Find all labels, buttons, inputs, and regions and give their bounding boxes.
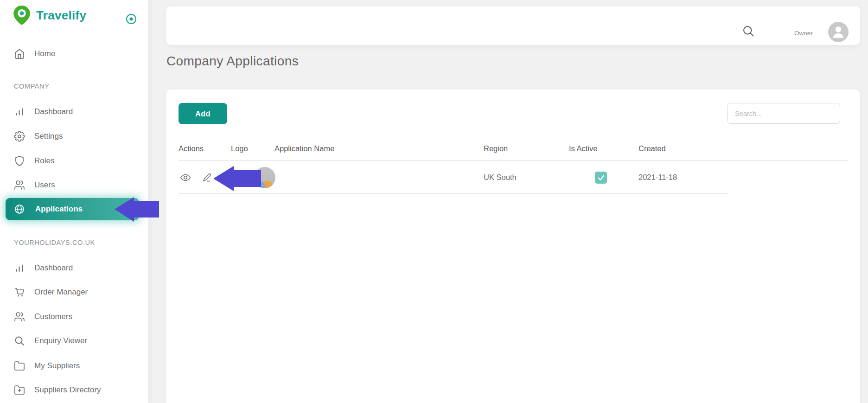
sidebar: Travelify Home COMPANY Dashboard xyxy=(0,0,148,403)
table-row: UK South 2021-11-18 xyxy=(179,161,849,194)
view-eye-icon[interactable] xyxy=(180,172,191,183)
sidebar-item-roles[interactable]: Roles xyxy=(0,151,148,171)
region-cell: UK South xyxy=(484,173,569,182)
sidebar-item-home[interactable]: Home xyxy=(0,44,148,64)
avatar[interactable] xyxy=(828,22,849,42)
column-header-logo: Logo xyxy=(231,144,274,153)
topbar: Owner xyxy=(166,6,860,45)
sidebar-item-label: Dashboard xyxy=(34,263,73,273)
users-icon xyxy=(14,311,25,322)
sidebar-item-label: Customers xyxy=(34,312,72,321)
sidebar-item-label: Order Manager xyxy=(34,288,88,297)
globe-icon xyxy=(14,204,25,215)
is-active-checkbox[interactable] xyxy=(595,172,607,184)
column-header-created: Created xyxy=(638,144,849,153)
applications-table: Actions Logo Application Name Region Is … xyxy=(179,137,849,194)
sidebar-item-label: My Suppliers xyxy=(34,361,80,371)
sidebar-item-label: Users xyxy=(34,180,55,190)
sidebar-item-customers[interactable]: Customers xyxy=(0,307,148,327)
sidebar-section-yourholidays: YOURHOLIDAYS.CO.UK xyxy=(14,239,95,248)
sidebar-item-enquiry-viewer[interactable]: Enquiry Viewer xyxy=(0,331,148,351)
sidebar-item-label: Home xyxy=(34,49,55,58)
table-header-row: Actions Logo Application Name Region Is … xyxy=(179,137,849,161)
column-header-actions: Actions xyxy=(179,144,231,153)
page-title: Company Applications xyxy=(166,54,299,69)
column-header-is-active: Is Active xyxy=(569,144,638,153)
gear-icon xyxy=(14,131,25,142)
sidebar-item-dashboard[interactable]: Dashboard xyxy=(0,102,148,122)
edit-pencil-icon[interactable] xyxy=(201,172,212,183)
sidebar-section-company: COMPANY xyxy=(14,83,49,92)
created-cell: 2021-11-18 xyxy=(638,173,849,182)
folder-plus-icon xyxy=(14,384,25,396)
sidebar-item-order-manager[interactable]: Order Manager xyxy=(0,282,148,302)
sidebar-item-users[interactable]: Users xyxy=(0,175,148,195)
cart-icon xyxy=(14,287,25,298)
travelify-logo-icon xyxy=(11,5,32,26)
sidebar-item-label: Roles xyxy=(34,156,54,166)
sidebar-item-applications[interactable]: Applications xyxy=(6,198,139,220)
sidebar-item-label: Enquiry Viewer xyxy=(34,336,87,345)
bar-chart-icon xyxy=(14,106,25,117)
sidebar-collapse-icon[interactable] xyxy=(125,13,137,25)
user-role-label: Owner xyxy=(794,30,813,37)
users-icon xyxy=(14,179,25,191)
shield-icon xyxy=(14,155,25,166)
applications-card: Add Actions Logo Application Name Region… xyxy=(166,90,860,403)
column-header-region: Region xyxy=(484,144,569,153)
sidebar-item-settings[interactable]: Settings xyxy=(0,126,148,147)
sidebar-header: Travelify xyxy=(0,0,148,32)
sidebar-item-dashboard-2[interactable]: Dashboard xyxy=(0,258,148,278)
sidebar-item-suppliers-directory[interactable]: Suppliers Directory xyxy=(0,380,148,400)
bar-chart-icon xyxy=(14,262,25,274)
actions-cell xyxy=(179,172,231,183)
home-icon xyxy=(14,48,25,59)
search-icon xyxy=(14,335,25,346)
search-icon[interactable] xyxy=(742,25,755,38)
sidebar-item-label: Applications xyxy=(35,205,83,214)
sidebar-item-label: Dashboard xyxy=(34,107,73,116)
brand-name: Travelify xyxy=(36,8,86,23)
application-logo-image xyxy=(254,167,275,188)
table-search-input[interactable] xyxy=(727,103,840,124)
column-header-application-name: Application Name xyxy=(274,144,484,153)
logo-cell xyxy=(231,167,274,188)
sidebar-item-label: Settings xyxy=(34,132,63,141)
sidebar-item-label: Suppliers Directory xyxy=(34,385,101,395)
add-button[interactable]: Add xyxy=(179,103,227,124)
sidebar-item-my-suppliers[interactable]: My Suppliers xyxy=(0,356,148,376)
is-active-cell xyxy=(569,172,638,184)
folder-icon xyxy=(14,360,25,371)
